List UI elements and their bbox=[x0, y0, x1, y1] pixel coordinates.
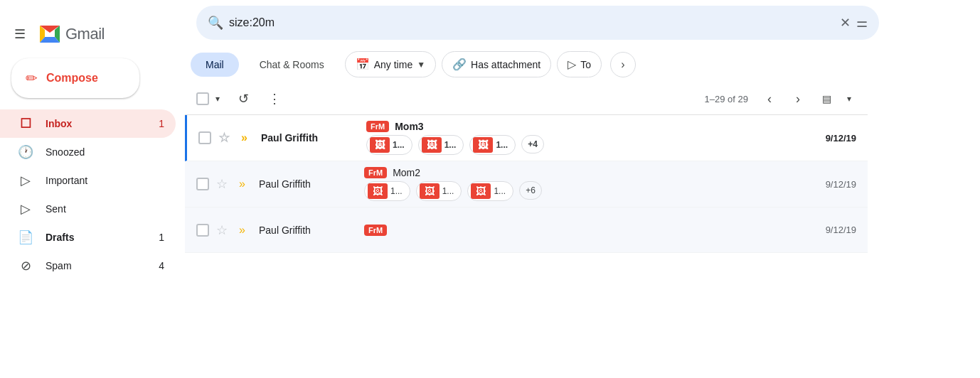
image-icon: 🖼 bbox=[478, 139, 488, 151]
date-2: 9/12/19 bbox=[814, 179, 856, 190]
toolbar-right: 1–29 of 29 ‹ › ▤ ▾ bbox=[699, 86, 856, 112]
sent-icon: ▷ bbox=[17, 201, 34, 217]
important-icon-3: » bbox=[239, 224, 253, 237]
attachment-chip: 🖼 1... bbox=[467, 181, 513, 201]
sidebar-item-sent[interactable]: ▷ Sent bbox=[0, 195, 176, 223]
sent-label: Sent bbox=[46, 203, 164, 215]
sidebar-item-drafts[interactable]: 📄 Drafts 1 bbox=[0, 223, 176, 252]
subject-1: Mom3 bbox=[395, 121, 423, 132]
subject-line-3: FrM bbox=[364, 225, 808, 236]
search-icon: 🔍 bbox=[208, 15, 223, 31]
email-toolbar: ▾ ↺ ⋮ 1–29 of 29 ‹ › ▤ ▾ bbox=[185, 83, 868, 115]
sender-1: Paul Griffith bbox=[261, 132, 361, 144]
spam-icon: ⊘ bbox=[17, 258, 34, 274]
row-checkbox-1[interactable] bbox=[198, 131, 213, 144]
sidebar-item-important[interactable]: ▷ Important bbox=[0, 166, 176, 195]
row-checkbox-2[interactable] bbox=[196, 178, 211, 190]
more-actions-button[interactable]: ⋮ bbox=[262, 86, 287, 112]
calendar-icon: 📅 bbox=[356, 58, 370, 71]
attachment-chip: 🖼 1... bbox=[366, 135, 412, 155]
compose-label: Compose bbox=[46, 72, 98, 85]
inbox-icon: ☐ bbox=[17, 116, 34, 131]
attachment-extra-count-2: +6 bbox=[519, 181, 542, 200]
email-row[interactable]: ☆ » Paul Griffith FrM Mom2 🖼 1... bbox=[185, 161, 868, 207]
star-icon-3[interactable]: ☆ bbox=[216, 222, 233, 238]
search-area: 🔍 ✕ ⚌ bbox=[185, 6, 980, 51]
sidebar-nav: ☐ Inbox 1 🕐 Snoozed ▷ Important ▷ Sent 📄… bbox=[0, 109, 185, 280]
snoozed-icon: 🕐 bbox=[17, 144, 34, 160]
image-icon: 🖼 bbox=[427, 139, 437, 151]
subject-2: Mom2 bbox=[393, 167, 420, 178]
next-page-button[interactable]: › bbox=[785, 86, 811, 112]
more-filters-button[interactable]: › bbox=[610, 52, 636, 77]
sidebar-item-snoozed[interactable]: 🕐 Snoozed bbox=[0, 138, 176, 166]
select-all-checkbox[interactable] bbox=[196, 92, 209, 105]
time-chip-arrow: ▼ bbox=[417, 60, 425, 70]
filter-chip-time[interactable]: 📅 Any time ▼ bbox=[345, 51, 436, 77]
inbox-count: 1 bbox=[159, 118, 164, 129]
date-3: 9/12/19 bbox=[814, 225, 856, 235]
date-1: 9/12/19 bbox=[814, 133, 856, 144]
search-bar: 🔍 ✕ ⚌ bbox=[196, 6, 879, 40]
attachment-name: 1... bbox=[393, 140, 405, 150]
attachment-thumb: 🖼 bbox=[370, 137, 390, 153]
email-row[interactable]: ☆ » Paul Griffith FrM 9/12/19 bbox=[185, 207, 868, 253]
search-clear-icon[interactable]: ✕ bbox=[840, 15, 851, 31]
email-content-3: FrM bbox=[364, 225, 808, 236]
gmail-header: ☰ Gmail bbox=[0, 6, 185, 51]
subject-line-1: FrM Mom3 bbox=[366, 121, 808, 132]
menu-button[interactable]: ☰ bbox=[6, 20, 34, 48]
attachment-name: 1... bbox=[390, 186, 403, 196]
snoozed-label: Snoozed bbox=[46, 146, 164, 158]
to-chip-label: To bbox=[580, 59, 591, 70]
sidebar-item-inbox[interactable]: ☐ Inbox 1 bbox=[0, 109, 176, 138]
important-icon: ▷ bbox=[17, 173, 34, 188]
sender-3: Paul Griffith bbox=[259, 225, 358, 236]
compose-button[interactable]: ✏ Compose bbox=[11, 58, 139, 98]
attachment-name: 1... bbox=[494, 186, 506, 196]
view-dropdown-button[interactable]: ▾ bbox=[842, 86, 856, 112]
google-m-logo bbox=[37, 21, 63, 47]
search-options-icon[interactable]: ⚌ bbox=[856, 15, 868, 31]
important-label: Important bbox=[46, 175, 164, 186]
filter-chip-attachment[interactable]: 🔗 Has attachment bbox=[442, 51, 551, 77]
star-icon-1[interactable]: ☆ bbox=[218, 130, 235, 146]
attachment-thumb: 🖼 bbox=[420, 183, 440, 199]
row-checkbox-3[interactable] bbox=[196, 224, 211, 237]
select-dropdown-button[interactable]: ▾ bbox=[211, 86, 225, 112]
email-content-1: FrM Mom3 🖼 1... 🖼 bbox=[366, 121, 808, 155]
attachment-chip: 🖼 1... bbox=[364, 181, 410, 201]
star-icon-2[interactable]: ☆ bbox=[216, 176, 233, 192]
attachment-thumb: 🖼 bbox=[368, 183, 388, 199]
spam-label: Spam bbox=[46, 260, 147, 271]
image-icon: 🖼 bbox=[476, 185, 486, 197]
subject-line-2: FrM Mom2 bbox=[364, 167, 808, 178]
email-row[interactable]: ☆ » Paul Griffith FrM Mom3 🖼 1... bbox=[185, 115, 868, 161]
drafts-label: Drafts bbox=[46, 232, 147, 243]
filter-chip-to[interactable]: ▷ To bbox=[557, 51, 602, 77]
attachment-name: 1... bbox=[442, 186, 454, 196]
refresh-button[interactable]: ↺ bbox=[230, 86, 256, 112]
attachment-chip: 🖼 1... bbox=[469, 135, 516, 155]
view-options-button[interactable]: ▤ bbox=[814, 86, 839, 112]
attachment-icon: 🔗 bbox=[452, 58, 467, 71]
to-icon: ▷ bbox=[568, 58, 576, 71]
drafts-count: 1 bbox=[159, 232, 164, 243]
menu-icon: ☰ bbox=[14, 26, 26, 42]
attachment-thumb: 🖼 bbox=[473, 137, 493, 153]
label-badge-2: FrM bbox=[364, 167, 387, 178]
attachments-1: 🖼 1... 🖼 1... 🖼 bbox=[366, 135, 808, 155]
toolbar-left: ▾ ↺ ⋮ bbox=[196, 86, 287, 112]
search-input[interactable] bbox=[229, 16, 834, 29]
prev-page-button[interactable]: ‹ bbox=[757, 86, 782, 112]
pagination-text: 1–29 of 29 bbox=[705, 94, 748, 104]
email-content-2: FrM Mom2 🖼 1... 🖼 bbox=[364, 167, 808, 201]
filter-area: Mail Chat & Rooms 📅 Any time ▼ 🔗 Has att… bbox=[185, 51, 868, 83]
sidebar-item-spam[interactable]: ⊘ Spam 4 bbox=[0, 252, 176, 280]
attachment-name: 1... bbox=[444, 140, 457, 150]
drafts-icon: 📄 bbox=[17, 230, 34, 245]
label-badge-3: FrM bbox=[364, 225, 387, 236]
tab-mail[interactable]: Mail bbox=[191, 53, 239, 77]
chevron-right-icon: › bbox=[621, 58, 624, 71]
tab-chat-rooms[interactable]: Chat & Rooms bbox=[245, 53, 339, 77]
